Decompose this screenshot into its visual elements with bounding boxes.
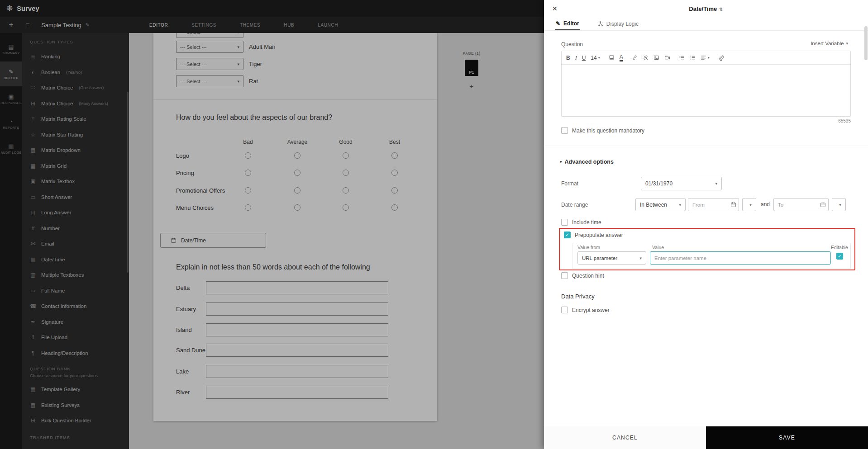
encrypt-answer-checkbox[interactable] (561, 307, 568, 313)
tab-launch[interactable]: LAUNCH (318, 23, 338, 28)
reorder-icon[interactable]: ⇅ (719, 7, 723, 12)
question-type-item[interactable]: ↥File Upload (22, 330, 129, 345)
question-type-item[interactable]: ▤Matrix Dropdown (22, 142, 129, 158)
matrix-radio[interactable] (294, 152, 300, 159)
question-type-item[interactable]: #Number (22, 221, 129, 236)
question-type-item[interactable]: ≡Matrix Rating Scale (22, 111, 129, 127)
matrix-radio[interactable] (245, 204, 251, 211)
matrix-radio[interactable] (294, 170, 300, 176)
page-thumbnail[interactable]: P1 (465, 60, 478, 76)
matrix-radio[interactable] (391, 152, 398, 159)
rail-item-reports[interactable]: ◔ REPORTS (0, 111, 22, 136)
tab-hub[interactable]: HUB (284, 23, 294, 28)
question-type-item[interactable]: ▭Short Answer (22, 189, 129, 205)
rail-item-audit-logs[interactable]: ▥ AUDIT LOGS (0, 136, 22, 161)
question-type-item[interactable]: ✒Signature (22, 314, 129, 330)
panel-scrollbar[interactable] (127, 92, 129, 273)
include-time-checkbox[interactable] (561, 219, 568, 226)
calendar-icon[interactable] (820, 202, 826, 208)
matrix-radio[interactable] (391, 170, 398, 176)
bank-item-bulk-question-builder[interactable]: ⊞Bulk Question Builder (22, 413, 129, 429)
matrix-radio[interactable] (245, 170, 251, 176)
matrix-radio[interactable] (343, 152, 349, 159)
insert-variable-button[interactable]: Insert Variable ▾ (811, 41, 848, 46)
format-select[interactable]: 01/31/1970 ▾ (641, 177, 722, 190)
datetime-question-block[interactable]: Date/Time (160, 233, 266, 248)
highlight-color-button[interactable] (609, 55, 615, 61)
value-from-select[interactable]: URL parameter ▾ (577, 251, 646, 265)
cancel-button[interactable]: CANCEL (544, 426, 706, 449)
question-type-item[interactable]: ▭Full Name (22, 283, 129, 299)
matrix-radio[interactable] (245, 187, 251, 194)
question-text-area[interactable] (562, 65, 850, 117)
advanced-options-toggle[interactable]: ▾ Advanced options (560, 159, 614, 165)
matrix-radio[interactable] (294, 204, 300, 211)
align-button[interactable]: ▾ (701, 55, 710, 61)
image-button[interactable] (653, 55, 659, 61)
matrix-radio[interactable] (343, 187, 349, 194)
question-type-item[interactable]: ◐Boolean(Yes/No) (22, 65, 129, 80)
question-hint-checkbox[interactable] (561, 272, 568, 279)
question-type-item[interactable]: ✉Email (22, 236, 129, 252)
mandatory-checkbox[interactable] (561, 127, 568, 134)
editable-checkbox[interactable] (836, 253, 843, 260)
tab-editor[interactable]: ✎ Editor (555, 17, 580, 30)
tab-editor-top[interactable]: EDITOR (149, 23, 168, 28)
link-button[interactable] (632, 55, 638, 61)
rail-item-responses[interactable]: ▣ RESPONSES (0, 86, 22, 111)
question-type-item[interactable]: ☆Matrix Star Rating (22, 127, 129, 143)
question-type-item[interactable]: ∷Matrix Choice(One Answer) (22, 80, 129, 96)
underline-button[interactable]: U (582, 55, 586, 61)
answer-select[interactable]: --- Select --- ▾ (176, 33, 243, 38)
tab-themes[interactable]: THEMES (240, 23, 260, 28)
add-page-button[interactable]: + (458, 82, 485, 90)
matrix-radio[interactable] (391, 187, 398, 194)
question-type-item[interactable]: ¶Heading/Description (22, 345, 129, 361)
textbox-input[interactable] (206, 302, 388, 316)
matrix-radio[interactable] (294, 187, 300, 194)
unlink-button[interactable] (643, 55, 649, 61)
italic-button[interactable]: I (575, 55, 577, 61)
matrix-radio[interactable] (343, 204, 349, 211)
question-type-item[interactable]: ▦Matrix Grid (22, 158, 129, 174)
textbox-input[interactable] (206, 365, 388, 378)
attach-button[interactable] (718, 55, 724, 61)
font-size-select[interactable]: 14▾ (591, 55, 600, 61)
textbox-input[interactable] (206, 386, 388, 399)
list-icon[interactable]: ≡ (26, 21, 29, 28)
bold-button[interactable]: B (566, 55, 570, 61)
video-button[interactable] (664, 55, 670, 61)
bank-item-existing-surveys[interactable]: ▤Existing Surveys (22, 397, 129, 413)
parameter-name-input[interactable] (650, 251, 831, 265)
rail-item-builder[interactable]: ✎ BUILDER (0, 61, 22, 86)
textbox-input[interactable] (206, 344, 388, 357)
textbox-input[interactable] (206, 281, 388, 294)
prepopulate-checkbox[interactable] (564, 232, 571, 238)
calendar-icon[interactable] (730, 202, 736, 208)
add-icon[interactable]: + (0, 20, 22, 29)
question-type-item[interactable]: ▥Multiple Textboxes (22, 267, 129, 283)
question-type-item[interactable]: ≣Ranking (22, 49, 129, 65)
text-color-button[interactable]: A (620, 54, 623, 61)
drawer-scrollbar[interactable] (864, 26, 868, 60)
question-type-item[interactable]: ▣Matrix Textbox (22, 174, 129, 189)
bullet-list-button[interactable] (679, 55, 685, 61)
date-range-select[interactable]: In Between ▾ (635, 198, 686, 211)
save-button[interactable]: SAVE (706, 426, 868, 449)
numbered-list-button[interactable]: 123 (690, 55, 696, 61)
question-type-item[interactable]: ☎Contact Information (22, 298, 129, 314)
question-type-item[interactable]: ⊞Matrix Choice(Many Answers) (22, 96, 129, 112)
answer-select[interactable]: --- Select --- ▾ (176, 58, 243, 70)
bank-item-template-gallery[interactable]: ▦Template Gallery (22, 382, 129, 397)
matrix-radio[interactable] (343, 170, 349, 176)
edit-name-icon[interactable]: ✎ (86, 22, 90, 28)
answer-select[interactable]: --- Select --- ▾ (176, 41, 243, 53)
to-unit-select[interactable]: ▾ (832, 198, 846, 211)
rail-item-summary[interactable]: ▤ SUMMARY (0, 37, 22, 61)
answer-select[interactable]: --- Select --- ▾ (176, 75, 243, 87)
matrix-radio[interactable] (245, 152, 251, 159)
from-unit-select[interactable]: ▾ (742, 198, 756, 211)
tab-display-logic[interactable]: Display Logic (596, 17, 639, 30)
matrix-radio[interactable] (391, 204, 398, 211)
textbox-input[interactable] (206, 323, 388, 336)
